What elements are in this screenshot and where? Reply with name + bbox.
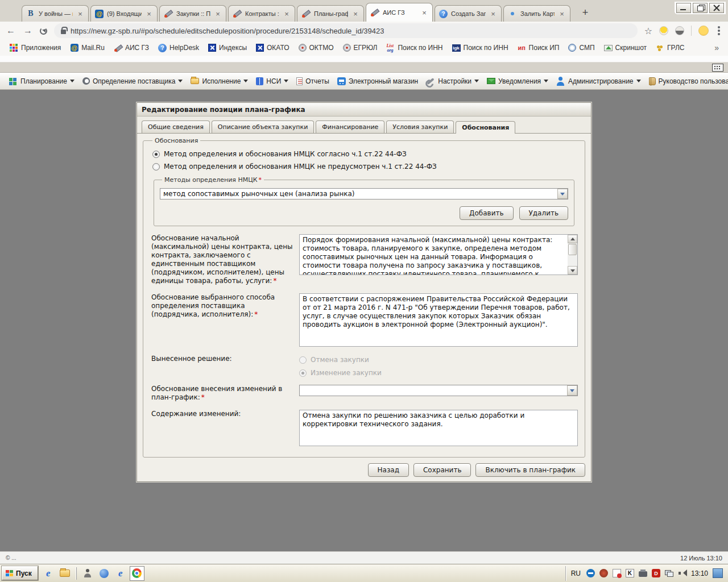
select-dropdown-icon[interactable]: [557, 189, 568, 199]
radio-checked-icon[interactable]: [152, 151, 160, 158]
bookmark-okato[interactable]: ОКАТО: [252, 42, 293, 53]
flag-error-tray-icon[interactable]: [613, 569, 621, 577]
tab-object-description[interactable]: Описание объекта закупки: [212, 120, 314, 133]
address-bar[interactable]: https://new.gz-spb.ru/#po/schedule/edits…: [54, 23, 638, 38]
tab-purchase-conditions[interactable]: Условия закупки: [386, 120, 454, 133]
nav-nsi[interactable]: НСИ: [252, 76, 292, 87]
nav-settings[interactable]: Настройки: [422, 75, 483, 88]
nav-eshop[interactable]: Электронный магазин: [333, 76, 422, 87]
printer-tray-icon[interactable]: [639, 571, 647, 577]
minimize-button[interactable]: [676, 3, 691, 13]
add-method-button[interactable]: Добавить: [460, 206, 513, 220]
bookmark-mailru[interactable]: Mail.Ru: [66, 42, 109, 54]
bookmark-smp[interactable]: СМП: [564, 42, 598, 53]
url-text[interactable]: https://new.gz-spb.ru/#po/schedule/edits…: [71, 27, 384, 35]
bookmark-ip-search[interactable]: Поиск ИП: [514, 42, 564, 54]
back-icon[interactable]: [6, 26, 16, 36]
tab-close-icon[interactable]: [145, 10, 153, 18]
bookmark-apps[interactable]: Приложения: [6, 42, 65, 54]
taskbar-app-person[interactable]: [80, 566, 95, 581]
bookmark-inn-search-2[interactable]: Поиск по ИНН: [448, 42, 512, 53]
nav-reports[interactable]: Отчеты: [292, 76, 333, 87]
taskbar-app-ie[interactable]: [113, 566, 128, 581]
tab-close-icon[interactable]: [558, 10, 566, 18]
quicklaunch-ie[interactable]: [41, 566, 56, 581]
download-master-tray-icon[interactable]: [652, 569, 660, 577]
tab-zakupki[interactable]: Закупки :: Пла: [159, 5, 226, 22]
bookmark-helpdesk[interactable]: HelpDesk: [154, 42, 203, 54]
select-dropdown-icon[interactable]: [567, 385, 577, 396]
tab-upload-image[interactable]: Залить Картин: [503, 5, 570, 22]
nav-administration[interactable]: Администрирование: [552, 75, 644, 88]
tab-vk[interactable]: У войны — не: [22, 5, 89, 22]
browser-menu-icon[interactable]: [718, 30, 720, 32]
reload-icon[interactable]: [40, 27, 47, 35]
tab-financing[interactable]: Финансирование: [316, 120, 384, 133]
quicklaunch-explorer[interactable]: [57, 566, 72, 581]
nmck-method-radio-2[interactable]: Метод определения и обоснования НМЦК не …: [152, 163, 578, 171]
scroll-thumb[interactable]: [568, 244, 577, 255]
bookmark-star-icon[interactable]: [644, 26, 652, 36]
bookmarks-overflow-chevron[interactable]: »: [711, 43, 722, 52]
change-content-textarea[interactable]: Отмена закупки по решению заказчика с це…: [299, 410, 578, 446]
tab-justifications[interactable]: Обоснования: [456, 121, 515, 134]
profile-avatar[interactable]: [698, 26, 709, 36]
change-reason-select[interactable]: [299, 385, 578, 396]
bookmark-indeksy[interactable]: Индексы: [204, 42, 251, 53]
bookmark-oktmo[interactable]: ОКТМО: [295, 42, 338, 53]
close-button[interactable]: [709, 3, 724, 13]
nmck-justification-textarea[interactable]: Порядок формирования начальной (максимал…: [299, 234, 578, 275]
nav-supplier-determination[interactable]: Определение поставщика: [78, 76, 187, 87]
scroll-down-icon[interactable]: [568, 266, 577, 275]
tab-mail-inbox[interactable]: (9) Входящие: [90, 5, 158, 22]
restore-button[interactable]: [693, 3, 708, 13]
teamviewer-tray-icon[interactable]: [586, 569, 595, 577]
method-justification-textarea[interactable]: В соответствии с распоряжением Правитель…: [299, 293, 578, 347]
scroll-up-icon[interactable]: [568, 235, 577, 243]
bookmark-grls[interactable]: ГРЛС: [652, 42, 688, 54]
tab-plany-grafiki[interactable]: Планы-график: [297, 5, 364, 22]
remove-method-button[interactable]: Удалить: [519, 206, 569, 220]
tab-close-icon[interactable]: [214, 10, 222, 18]
nmck-method-radio-1[interactable]: Метод определения и обоснования НМЦК сог…: [152, 150, 578, 158]
swirl-tray-icon[interactable]: [599, 569, 608, 577]
taskbar-app-chrome-active[interactable]: [130, 566, 144, 581]
show-desktop-button[interactable]: [713, 568, 723, 578]
tab-close-icon[interactable]: [283, 10, 291, 18]
person-app-icon: [83, 569, 92, 578]
nav-execution[interactable]: Исполнение: [187, 76, 252, 87]
tab-create-request[interactable]: Создать Запр: [435, 5, 502, 22]
bookmark-egrul[interactable]: ЕГРЮЛ: [339, 42, 382, 53]
textarea-scrollbar[interactable]: [568, 235, 577, 275]
language-indicator[interactable]: RU: [571, 569, 582, 577]
network-tray-icon[interactable]: [665, 569, 673, 577]
include-in-schedule-button[interactable]: Включить в план-график: [475, 463, 585, 477]
bookmark-screenshot[interactable]: Скриншот: [600, 42, 651, 53]
bookmark-inn-search-1[interactable]: Поиск по ИНН: [382, 42, 446, 54]
nav-planning[interactable]: Планирование: [5, 75, 78, 88]
forward-icon[interactable]: [23, 26, 33, 36]
taskbar-clock[interactable]: 13:10: [691, 569, 708, 577]
tab-general-info[interactable]: Общие сведения: [142, 120, 210, 133]
tab-close-icon[interactable]: [420, 9, 428, 17]
tab-ais-gz-active[interactable]: АИС ГЗ: [366, 3, 433, 22]
radio-unchecked-icon[interactable]: [152, 163, 160, 171]
nav-user-manual[interactable]: Руководство пользователя: [645, 76, 728, 87]
tab-close-icon[interactable]: [489, 10, 497, 18]
tab-kontrakty[interactable]: Контракты ::: [228, 5, 295, 22]
kaspersky-tray-icon[interactable]: [626, 569, 634, 577]
extension-homer-icon[interactable]: [659, 26, 668, 35]
save-button[interactable]: Сохранить: [413, 463, 471, 477]
back-button[interactable]: Назад: [368, 463, 409, 477]
panel-toggle-icon[interactable]: [712, 64, 723, 72]
tab-close-icon[interactable]: [351, 10, 359, 18]
bookmark-ais-gz[interactable]: АИС ГЗ: [110, 42, 153, 54]
nav-notifications[interactable]: Уведомления: [483, 76, 552, 87]
volume-tray-icon[interactable]: [678, 569, 686, 577]
tab-close-icon[interactable]: [76, 10, 84, 18]
start-button[interactable]: Пуск: [2, 566, 38, 580]
extension-adblock-icon[interactable]: [675, 26, 684, 35]
new-tab-button[interactable]: [577, 6, 594, 19]
taskbar-app-sphere[interactable]: [97, 566, 111, 581]
nmck-method-select[interactable]: метод сопоставимых рыночных цен (анализа…: [160, 188, 568, 199]
